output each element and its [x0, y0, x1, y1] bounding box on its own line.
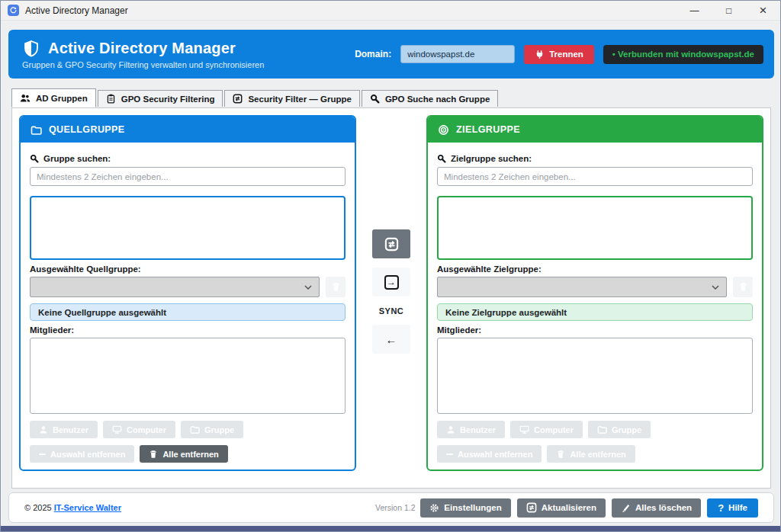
computer-icon [112, 425, 122, 434]
plug-icon [535, 50, 545, 59]
sync-icon [233, 94, 243, 104]
refresh-button[interactable]: Aktualisieren [517, 498, 606, 518]
gear-icon [429, 503, 439, 513]
target-clear-selection-button [733, 277, 753, 297]
it-service-walter-link[interactable]: IT-Service Walter [54, 503, 121, 512]
titlebar: Active Directory Manager — □ × [1, 1, 780, 21]
source-remove-all-button[interactable]: Alle entfernen [140, 445, 227, 463]
question-mark-icon: ? [718, 502, 724, 514]
clear-all-button[interactable]: Alles löschen [612, 498, 701, 518]
target-results-listbox[interactable] [437, 196, 753, 260]
target-remove-all-button: Alle entfernen [547, 445, 635, 463]
target-benutzer-button: Benutzer [437, 421, 505, 438]
chevron-down-icon [304, 285, 312, 290]
domain-label: Domain: [355, 49, 391, 59]
user-icon [446, 425, 455, 434]
help-button[interactable]: ? Hilfe [707, 498, 758, 518]
sync-label: SYNC [372, 306, 410, 316]
target-selected-label: Ausgewählte Zielgruppe: [437, 264, 753, 274]
copy-right-button[interactable]: → [372, 268, 410, 296]
folder-icon [190, 425, 200, 434]
source-selected-label: Ausgewählte Quellgruppe: [30, 264, 346, 274]
computer-icon [519, 425, 529, 434]
folder-icon [31, 124, 42, 136]
close-button[interactable]: × [746, 1, 780, 21]
source-group-panel: QUELLGRUPPE Gruppe suchen: Ausgewählte Q… [19, 115, 356, 471]
tab-bar: AD Gruppen GPO Security Filtering Securi… [11, 88, 500, 107]
maximize-button[interactable]: □ [712, 1, 746, 21]
source-benutzer-button: Benutzer [30, 421, 98, 438]
target-group-panel: ZIELGRUPPE Zielgruppe suchen: Ausgewählt… [426, 115, 763, 471]
clipboard-icon [106, 94, 116, 104]
source-remove-selection-button: Auswahl entfernen [30, 445, 134, 463]
copy-left-button[interactable]: ← [372, 325, 410, 354]
user-icon [39, 425, 48, 434]
target-status-message: Keine Zielgruppe ausgewählt [437, 303, 753, 321]
tab-gpo-security-filtering[interactable]: GPO Security Filtering [98, 90, 223, 107]
minus-icon [39, 453, 46, 455]
settings-button[interactable]: Einstellungen [420, 498, 510, 518]
app-logo-icon [8, 5, 19, 16]
sync-icon [384, 237, 399, 252]
target-icon [438, 124, 449, 136]
page-title: Active Directory Manager [48, 40, 236, 57]
refresh-icon [526, 502, 537, 513]
source-results-listbox[interactable] [30, 196, 346, 260]
trash-icon [331, 282, 341, 292]
connection-status-badge: • Verbunden mit windowspapst.de [603, 45, 763, 64]
target-gruppe-button: Gruppe [588, 421, 651, 438]
app-header: Active Directory Manager Gruppen & GPO S… [8, 30, 774, 79]
source-computer-button: Computer [103, 421, 175, 438]
tab-ad-gruppen[interactable]: AD Gruppen [11, 88, 96, 107]
target-search-label: Zielgruppe suchen: [437, 154, 753, 163]
disconnect-button[interactable]: Trennen [524, 45, 594, 64]
window-title: Active Directory Manager [25, 5, 128, 16]
source-members-label: Mitglieder: [30, 325, 346, 335]
footer-bar: © 2025 IT-Service Walter Version 1.2 Ein… [8, 492, 774, 523]
trash-icon [556, 450, 565, 459]
people-icon [20, 93, 31, 104]
sync-both-button[interactable] [372, 229, 410, 258]
source-members-listbox[interactable] [30, 338, 346, 414]
target-remove-selection-button: Auswahl entfernen [437, 445, 542, 463]
search-icon [30, 154, 39, 163]
target-members-listbox[interactable] [437, 338, 753, 414]
brush-icon [621, 503, 631, 513]
app-window: Active Directory Manager — □ × Active Di… [0, 0, 781, 532]
source-group-select[interactable] [30, 277, 320, 297]
trash-icon [149, 450, 158, 459]
target-members-label: Mitglieder: [437, 325, 753, 335]
arrow-left-icon: ← [386, 333, 397, 346]
tab-gpo-suche-nach-gruppe[interactable]: GPO Suche nach Gruppe [362, 90, 498, 107]
source-search-label: Gruppe suchen: [30, 154, 346, 163]
page-subtitle: Gruppen & GPO Security Filtering verwalt… [22, 60, 264, 69]
target-search-input[interactable] [437, 167, 753, 186]
minimize-button[interactable]: — [677, 1, 712, 21]
version-text: Version 1.2 [375, 503, 416, 512]
arrow-right-icon: → [384, 275, 399, 290]
domain-input[interactable] [400, 45, 515, 63]
target-group-select[interactable] [437, 277, 727, 297]
minus-icon [446, 453, 453, 455]
window-bottom-edge [1, 526, 780, 531]
search-icon [437, 154, 446, 163]
search-icon [370, 94, 380, 104]
source-panel-header: QUELLGRUPPE [21, 117, 355, 143]
trash-icon [738, 282, 748, 292]
tab-security-filter-gruppe[interactable]: Security Filter — Gruppe [224, 90, 359, 107]
source-clear-selection-button [326, 277, 346, 297]
source-gruppe-button: Gruppe [181, 421, 243, 438]
target-computer-button: Computer [510, 421, 583, 438]
shield-icon [22, 40, 40, 58]
folder-icon [597, 425, 607, 434]
copyright-text: © 2025 IT-Service Walter [24, 503, 121, 512]
sync-controls: → SYNC ← [372, 229, 410, 354]
source-search-input[interactable] [30, 167, 346, 186]
target-panel-header: ZIELGRUPPE [428, 117, 762, 143]
source-status-message: Keine Quellgruppe ausgewählt [30, 303, 346, 321]
chevron-down-icon [712, 285, 719, 290]
